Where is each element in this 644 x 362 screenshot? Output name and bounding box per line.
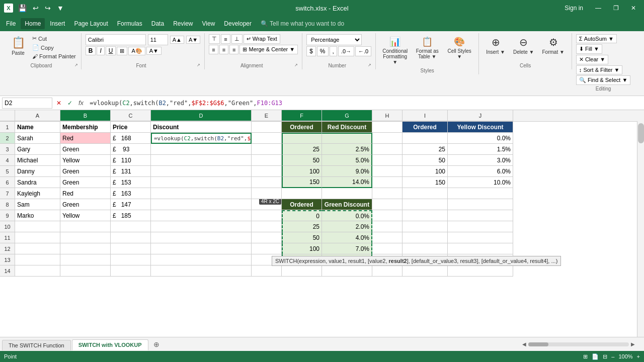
h-scrollbar-thumb[interactable] xyxy=(528,342,548,346)
cell-i4[interactable]: 50 xyxy=(403,155,448,166)
row-header-2[interactable]: 2 xyxy=(0,133,15,144)
menu-review[interactable]: Review xyxy=(169,18,197,29)
border-button[interactable]: ⊞ xyxy=(117,47,127,55)
cell-a7[interactable]: Kayleigh xyxy=(15,188,60,199)
cell-g8[interactable]: Green Discount xyxy=(322,199,372,210)
cell-a12[interactable] xyxy=(15,243,60,254)
cell-d10[interactable] xyxy=(151,221,252,232)
cell-b2[interactable]: Red xyxy=(60,133,111,144)
cancel-icon[interactable]: ✕ xyxy=(54,100,63,107)
cell-a5[interactable]: Danny xyxy=(15,166,60,177)
cell-h7[interactable] xyxy=(372,188,403,199)
cell-h12[interactable] xyxy=(372,243,403,254)
redo-button[interactable]: ↪ xyxy=(43,3,53,13)
row-header-8[interactable]: 8 xyxy=(0,199,15,210)
cell-e1[interactable] xyxy=(252,122,282,133)
restore-button[interactable]: ❐ xyxy=(609,3,623,14)
row-header-5[interactable]: 5 xyxy=(0,166,15,177)
scroll-right-icon[interactable]: ▶ xyxy=(631,341,635,347)
sheet-tab-switch-vlookup[interactable]: SWITCH with VLOOKUP xyxy=(72,339,148,350)
cell-j9[interactable] xyxy=(448,210,513,221)
number-format-select[interactable]: Percentage General Number Currency xyxy=(306,34,362,45)
insert-button[interactable]: ⊕ Insert ▼ xyxy=(483,34,508,57)
decrease-font-button[interactable]: A▼ xyxy=(186,36,200,44)
cell-c5[interactable]: £ 131 xyxy=(111,166,151,177)
decrease-decimal-button[interactable]: ←.0 xyxy=(355,46,371,56)
col-header-e[interactable]: E xyxy=(252,110,282,121)
sheet-tab-switch-function[interactable]: The SWITCH Function xyxy=(2,340,71,350)
align-left-button[interactable]: ≡ xyxy=(209,45,218,54)
cell-h9[interactable] xyxy=(372,210,403,221)
cell-d5[interactable] xyxy=(151,166,252,177)
format-as-table-button[interactable]: 📋 Format as Table ▼ xyxy=(412,34,442,61)
cell-c7[interactable]: £ 163 xyxy=(111,188,151,199)
add-sheet-button[interactable]: ⊕ xyxy=(149,338,164,350)
cell-h3[interactable] xyxy=(372,144,403,155)
menu-home[interactable]: Home xyxy=(21,18,45,29)
cell-a14[interactable] xyxy=(15,265,60,277)
cell-h11[interactable] xyxy=(372,232,403,243)
cell-f3[interactable]: 25 xyxy=(282,144,322,155)
cell-i12[interactable] xyxy=(403,243,448,254)
cell-a11[interactable] xyxy=(15,232,60,243)
row-header-4[interactable]: 4 xyxy=(0,155,15,166)
row-header-14[interactable]: 14 xyxy=(0,265,15,277)
cell-h6[interactable] xyxy=(372,177,403,188)
cell-d11[interactable] xyxy=(151,232,252,243)
cell-d12[interactable] xyxy=(151,243,252,254)
cell-i10[interactable] xyxy=(403,221,448,232)
cell-j12[interactable] xyxy=(448,243,513,254)
row-header-9[interactable]: 9 xyxy=(0,210,15,221)
col-header-g[interactable]: G xyxy=(322,110,372,121)
col-header-f[interactable]: F xyxy=(282,110,322,121)
col-header-d[interactable]: D xyxy=(151,110,252,121)
fill-color-button[interactable]: A🎨 xyxy=(128,47,145,55)
cell-g12[interactable]: 7.0% xyxy=(322,243,372,254)
menu-view[interactable]: View xyxy=(198,18,219,29)
cell-c1[interactable]: Price xyxy=(111,122,151,133)
cell-b4[interactable]: Yellow xyxy=(60,155,111,166)
scrollbar-thumb[interactable] xyxy=(638,123,644,143)
accounting-button[interactable]: $ xyxy=(306,46,316,56)
cell-c9[interactable]: £ 185 xyxy=(111,210,151,221)
cell-b13[interactable] xyxy=(60,254,111,265)
paste-button[interactable]: 📋 Paste xyxy=(8,34,28,58)
zoom-out-button[interactable]: – xyxy=(611,353,614,359)
cell-f2[interactable] xyxy=(282,133,322,144)
cut-button[interactable]: ✂ Cut xyxy=(30,34,78,43)
cell-j1[interactable]: Yellow Discount xyxy=(448,122,513,133)
font-name-input[interactable] xyxy=(86,34,146,45)
cell-a1[interactable]: Name xyxy=(15,122,60,133)
cell-a2[interactable]: Sarah xyxy=(15,133,60,144)
cell-d7[interactable] xyxy=(151,188,252,199)
cell-b10[interactable] xyxy=(60,221,111,232)
cell-g5[interactable]: 9.0% xyxy=(322,166,372,177)
page-layout-view-button[interactable]: 📄 xyxy=(592,353,599,360)
close-button[interactable]: ✕ xyxy=(627,3,640,14)
horizontal-scrollbar[interactable] xyxy=(528,342,629,346)
menu-insert[interactable]: Insert xyxy=(46,18,69,29)
cell-d1[interactable]: Discount xyxy=(151,122,252,133)
cell-e2[interactable] xyxy=(252,133,282,144)
conditional-formatting-button[interactable]: 📊 Conditional Formatting ▼ xyxy=(380,34,410,67)
cell-h10[interactable] xyxy=(372,221,403,232)
cell-h4[interactable] xyxy=(372,155,403,166)
menu-formulas[interactable]: Formulas xyxy=(113,18,146,29)
cell-a6[interactable]: Sandra xyxy=(15,177,60,188)
align-right-button[interactable]: ≡ xyxy=(229,45,238,54)
menu-data[interactable]: Data xyxy=(147,18,168,29)
cell-a8[interactable]: Sam xyxy=(15,199,60,210)
cell-b8[interactable]: Green xyxy=(60,199,111,210)
cell-i7[interactable] xyxy=(403,188,448,199)
cell-f7[interactable] xyxy=(282,188,322,199)
cell-i14[interactable] xyxy=(403,265,448,277)
cell-e10[interactable] xyxy=(252,221,282,232)
cell-j3[interactable]: 1.5% xyxy=(448,144,513,155)
cell-i3[interactable]: 25 xyxy=(403,144,448,155)
cell-g10[interactable]: 2.0% xyxy=(322,221,372,232)
font-expand-icon[interactable]: ↗ xyxy=(197,63,200,67)
cell-a10[interactable] xyxy=(15,221,60,232)
cell-j11[interactable] xyxy=(448,232,513,243)
align-bottom-button[interactable]: ⊥ xyxy=(231,34,243,44)
normal-view-button[interactable]: ⊞ xyxy=(583,353,588,360)
